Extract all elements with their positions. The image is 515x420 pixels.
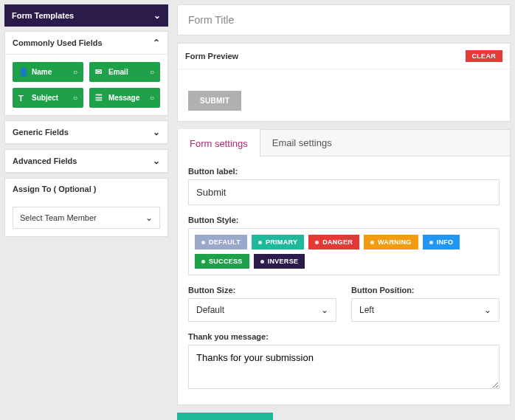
chevron-down-icon: ⌄ [484,305,491,315]
assign-to-select[interactable]: Select Team Member ⌄ [13,207,160,229]
field-chip-name[interactable]: 👤 Name ○ [13,62,83,82]
field-chip-subject[interactable]: T Subject ○ [13,88,83,108]
dot-icon [258,241,262,244]
button-position-select[interactable]: Left ⌄ [351,298,500,322]
advanced-fields-header[interactable]: Advanced Fields ⌄ [5,150,167,173]
form-title-input[interactable]: Form Title [177,4,511,35]
form-title-placeholder: Form Title [188,14,234,26]
preview-box: Form Preview CLEAR SUBMIT [177,43,511,122]
dot-icon [260,260,264,264]
save-form-button[interactable]: 🖫 SAVE FORM [177,413,273,420]
dot-icon [315,241,319,244]
field-chip-label: Message [108,94,139,102]
common-fields-header[interactable]: Commonly Used Fields ⌃ [5,32,167,55]
add-icon: ○ [73,94,77,102]
field-chip-label: Name [32,68,52,76]
chevron-down-icon: ⌄ [321,305,328,315]
field-chip-label: Subject [32,94,58,102]
button-size-value: Default [196,305,224,315]
user-icon: 👤 [18,67,27,77]
chevron-down-icon: ⌄ [153,156,160,166]
button-label-lbl: Button label: [188,167,500,176]
mail-icon: ✉ [95,67,104,77]
button-style-options: DEFAULT PRIMARY DANGER WARNING INFO SUCC… [188,228,500,275]
thank-you-lbl: Thank you message: [188,332,500,341]
style-default[interactable]: DEFAULT [195,235,247,249]
form-templates-label: Form Templates [12,11,74,20]
add-icon: ○ [150,68,154,76]
generic-fields-label: Generic Fields [13,128,69,137]
tab-email-settings[interactable]: Email settings [260,130,344,156]
thank-you-input[interactable] [188,345,500,389]
assign-to-label: Assign To ( Optional ) [13,185,96,193]
chevron-down-icon: ⌄ [145,213,153,223]
dot-icon [370,241,374,244]
chevron-up-icon: ⌃ [153,38,160,48]
style-info[interactable]: INFO [423,235,460,249]
button-position-lbl: Button Position: [351,286,500,295]
button-position-value: Left [359,305,374,315]
assign-to-panel: Assign To ( Optional ) Select Team Membe… [4,178,168,237]
settings-tabs: Form settings Email settings Button labe… [177,129,511,405]
preview-submit-button[interactable]: SUBMIT [188,91,241,111]
clear-button[interactable]: CLEAR [466,50,503,62]
button-size-select[interactable]: Default ⌄ [188,298,336,322]
chevron-down-icon: ⌄ [153,127,160,137]
generic-fields-header[interactable]: Generic Fields ⌄ [5,121,167,144]
style-primary[interactable]: PRIMARY [252,235,304,249]
add-icon: ○ [150,94,154,102]
dot-icon [201,241,205,244]
dot-icon [429,241,433,244]
style-warning[interactable]: WARNING [364,235,418,249]
dot-icon [201,260,205,264]
add-icon: ○ [73,68,77,76]
advanced-fields-panel: Advanced Fields ⌄ [4,149,168,173]
style-danger[interactable]: DANGER [308,235,359,249]
tab-form-settings[interactable]: Form settings [178,129,260,156]
button-size-lbl: Button Size: [188,286,336,295]
field-chip-label: Email [108,68,128,76]
field-chip-message[interactable]: ☰ Message ○ [89,88,160,108]
field-chip-email[interactable]: ✉ Email ○ [89,62,160,82]
text-icon: T [18,94,27,103]
chevron-down-icon: ⌄ [153,10,161,21]
form-templates-header[interactable]: Form Templates ⌄ [4,4,168,27]
style-success[interactable]: SUCCESS [195,254,249,269]
generic-fields-panel: Generic Fields ⌄ [4,120,168,145]
common-fields-panel: Commonly Used Fields ⌃ 👤 Name ○ ✉ Email … [4,31,168,116]
field-grid: 👤 Name ○ ✉ Email ○ T Subject ○ [13,62,160,108]
lines-icon: ☰ [95,93,104,103]
button-label-input[interactable] [188,179,500,205]
preview-label: Form Preview [185,52,238,61]
common-fields-label: Commonly Used Fields [13,38,103,47]
advanced-fields-label: Advanced Fields [13,156,77,165]
assign-to-value: Select Team Member [20,213,97,222]
style-inverse[interactable]: INVERSE [254,254,305,269]
assign-to-header: Assign To ( Optional ) [5,179,167,199]
button-style-lbl: Button Style: [188,216,500,224]
